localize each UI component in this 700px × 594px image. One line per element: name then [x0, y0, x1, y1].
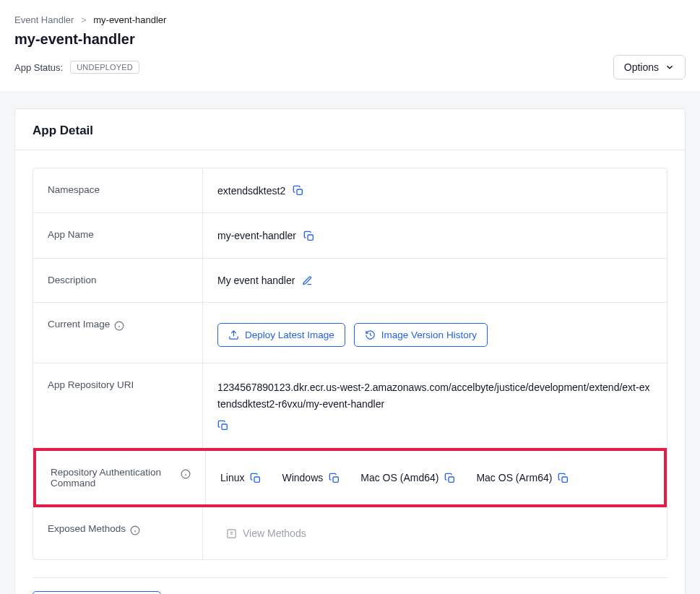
namespace-value: extendsdktest2 — [217, 185, 285, 197]
history-icon — [365, 330, 376, 340]
upload-icon — [228, 330, 239, 340]
options-button-label: Options — [624, 61, 659, 73]
svg-rect-12 — [449, 477, 454, 482]
copy-icon[interactable] — [303, 229, 315, 241]
app-status-badge: UNDEPLOYED — [70, 61, 139, 74]
app-name-value: my-event-handler — [217, 230, 296, 241]
app-name-label: App Name — [33, 213, 203, 257]
image-version-history-button[interactable]: Image Version History — [354, 323, 488, 347]
breadcrumb-parent[interactable]: Event Handler — [14, 14, 74, 25]
os-windows-label: Windows — [282, 472, 323, 483]
repo-uri-label: App Repository URI — [33, 363, 203, 447]
info-icon[interactable] — [181, 468, 191, 478]
copy-icon[interactable] — [250, 472, 262, 484]
current-image-label: Current Image — [48, 319, 110, 330]
copy-icon[interactable] — [558, 472, 569, 484]
description-value: My event handler — [217, 275, 295, 286]
os-mac-arm-label: Mac OS (Arm64) — [476, 472, 552, 483]
os-mac-amd-label: Mac OS (Amd64) — [360, 472, 438, 483]
deploy-latest-image-button[interactable]: Deploy Latest Image — [217, 323, 345, 347]
breadcrumb: Event Handler > my-event-handler — [14, 14, 686, 25]
row-current-image: Current Image Deploy Latest Image — [33, 303, 667, 363]
row-repo-auth: Repository Authentication Command Linux — [33, 448, 667, 507]
page-title: my-event-handler — [14, 31, 686, 48]
deploy-button-label: Deploy Latest Image — [245, 330, 334, 340]
history-button-label: Image Version History — [381, 330, 477, 340]
row-namespace: Namespace extendsdktest2 — [33, 168, 667, 213]
copy-icon[interactable] — [217, 419, 229, 431]
repo-auth-label: Repository Authentication Command — [51, 467, 176, 488]
info-icon[interactable] — [130, 524, 140, 535]
os-linux-label: Linux — [220, 472, 244, 483]
exposed-methods-label: Exposed Methods — [48, 523, 126, 534]
namespace-label: Namespace — [33, 168, 203, 212]
breadcrumb-separator: > — [81, 14, 87, 25]
svg-rect-1 — [308, 235, 313, 240]
view-methods-label: View Methods — [243, 528, 306, 539]
description-label: Description — [33, 259, 203, 303]
row-exposed-methods: Exposed Methods View Methods — [33, 507, 667, 559]
open-grafana-cloud-button[interactable]: Open Grafana Cloud — [33, 591, 161, 594]
svg-rect-0 — [297, 189, 302, 194]
card-title: App Detail — [15, 109, 685, 150]
app-status-label: App Status: — [14, 62, 63, 73]
view-methods-button: View Methods — [217, 523, 315, 543]
info-icon[interactable] — [114, 319, 124, 330]
chevron-down-icon — [665, 62, 675, 72]
svg-rect-11 — [333, 477, 338, 482]
options-button[interactable]: Options — [613, 55, 686, 79]
copy-icon[interactable] — [329, 472, 340, 484]
copy-icon[interactable] — [444, 472, 456, 484]
row-app-name: App Name my-event-handler — [33, 213, 667, 258]
divider — [33, 577, 667, 578]
list-icon — [226, 528, 237, 539]
row-description: Description My event handler — [33, 259, 667, 304]
svg-rect-10 — [254, 477, 259, 482]
copy-icon[interactable] — [293, 184, 304, 197]
svg-rect-6 — [222, 424, 227, 429]
app-detail-card: App Detail Namespace extendsdktest2 App … — [14, 108, 686, 594]
repo-uri-value: 1234567890123.dkr.ecr.us-west-2.amazonaw… — [217, 379, 652, 412]
row-repo-uri: App Repository URI 1234567890123.dkr.ecr… — [33, 363, 667, 448]
svg-rect-13 — [562, 477, 567, 482]
edit-icon[interactable] — [302, 275, 313, 287]
breadcrumb-current: my-event-handler — [93, 14, 166, 25]
